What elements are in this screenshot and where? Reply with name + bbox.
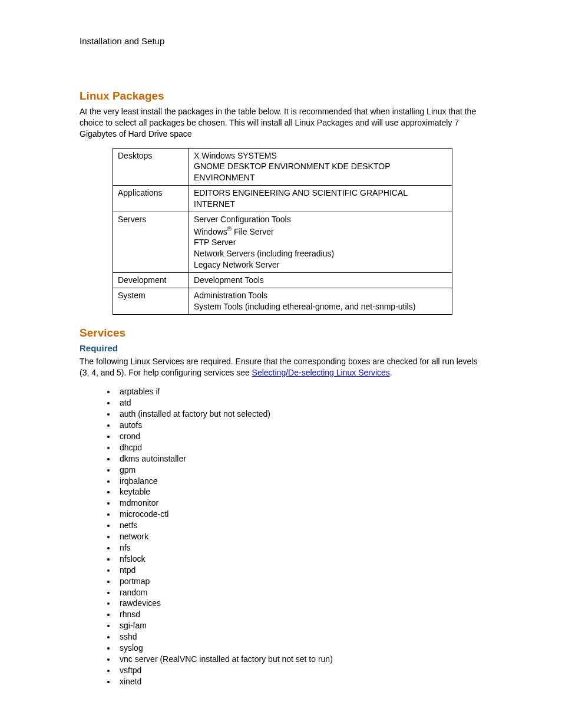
table-cell-category: System — [113, 288, 189, 315]
list-item: portmap — [116, 576, 485, 587]
list-item: vsftpd — [116, 665, 485, 676]
registered-mark: ® — [227, 226, 232, 232]
heading-services: Services — [80, 325, 485, 341]
list-item: mdmonitor — [116, 498, 485, 509]
intro-linux-packages: At the very least install the packages i… — [80, 106, 485, 140]
list-item: rawdevices — [116, 598, 485, 609]
list-item: ntpd — [116, 565, 485, 576]
table-cell-category: Development — [113, 273, 189, 288]
list-item: vnc server (RealVNC installed at factory… — [116, 654, 485, 665]
packages-table: DesktopsX Windows SYSTEMSGNOME DESKTOP E… — [113, 148, 452, 315]
list-item: autofs — [116, 420, 485, 431]
list-item: xinetd — [116, 676, 485, 687]
table-cell-value: Server Configuration ToolsWindows® File … — [189, 212, 452, 273]
table-row: DevelopmentDevelopment Tools — [113, 273, 452, 288]
intro-services: The following Linux Services are require… — [80, 356, 485, 378]
list-item: network — [116, 531, 485, 542]
list-item: nfs — [116, 542, 485, 554]
table-cell-value: EDITORS ENGINEERING AND SCIENTIFIC GRAPH… — [189, 186, 452, 212]
heading-linux-packages: Linux Packages — [80, 88, 485, 104]
running-header: Installation and Setup — [80, 35, 485, 47]
list-item: crond — [116, 431, 485, 442]
table-cell-value: X Windows SYSTEMSGNOME DESKTOP ENVIRONME… — [189, 148, 452, 186]
list-item: sgi-fam — [116, 620, 485, 631]
services-list: arptables ifatdauth (installed at factor… — [80, 386, 485, 687]
list-item: dkms autoinstaller — [116, 453, 485, 465]
list-item: dhcpd — [116, 442, 485, 453]
table-row: DesktopsX Windows SYSTEMSGNOME DESKTOP E… — [113, 148, 452, 186]
list-item: rhnsd — [116, 609, 485, 620]
list-item: syslog — [116, 643, 485, 654]
table-row: ApplicationsEDITORS ENGINEERING AND SCIE… — [113, 186, 452, 212]
table-cell-category: Desktops — [113, 148, 189, 186]
subheading-required: Required — [80, 342, 485, 354]
intro-services-post: . — [390, 368, 392, 377]
table-cell-value: Development Tools — [189, 273, 452, 288]
list-item: irqbalance — [116, 476, 485, 487]
table-cell-value: Administration ToolsSystem Tools (includ… — [189, 288, 452, 315]
table-cell-category: Servers — [113, 212, 189, 273]
list-item: nfslock — [116, 554, 485, 565]
list-item: gpm — [116, 465, 485, 476]
list-item: arptables if — [116, 386, 485, 397]
list-item: auth (installed at factory but not selec… — [116, 409, 485, 420]
list-item: microcode-ctl — [116, 509, 485, 520]
list-item: random — [116, 587, 485, 598]
list-item: sshd — [116, 631, 485, 643]
table-row: ServersServer Configuration ToolsWindows… — [113, 212, 452, 273]
list-item: atd — [116, 397, 485, 409]
list-item: keytable — [116, 486, 485, 498]
list-item: netfs — [116, 520, 485, 531]
table-row: SystemAdministration ToolsSystem Tools (… — [113, 288, 452, 315]
table-cell-category: Applications — [113, 186, 189, 212]
link-selecting-services[interactable]: Selecting/De-selecting Linux Services — [252, 368, 390, 377]
